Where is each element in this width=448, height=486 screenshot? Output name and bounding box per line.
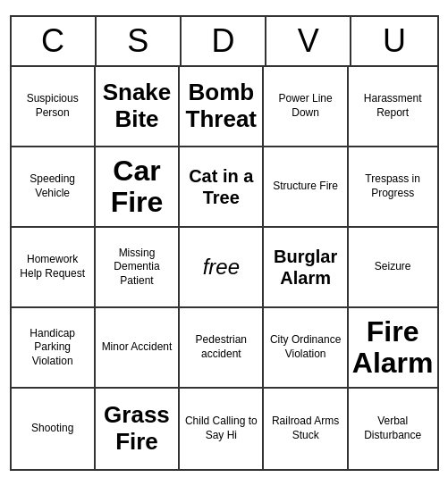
cell-3-4[interactable]: Fire Alarm [349,308,437,389]
cell-4-4[interactable]: Verbal Disturbance [349,389,437,469]
cell-0-1[interactable]: Snake Bite [96,67,180,147]
cell-3-0[interactable]: Handicap Parking Violation [12,308,96,389]
cell-4-0[interactable]: Shooting [12,389,96,469]
bingo-grid: Suspicious PersonSnake BiteBomb ThreatPo… [12,67,437,469]
cell-0-0[interactable]: Suspicious Person [12,67,96,147]
bingo-card: CSDVU Suspicious PersonSnake BiteBomb Th… [10,15,439,471]
cell-3-2[interactable]: Pedestrian accident [180,308,264,389]
cell-0-2[interactable]: Bomb Threat [180,67,264,147]
header-D: D [182,17,266,65]
cell-2-1[interactable]: Missing Dementia Patient [96,228,180,308]
header-V: V [266,17,351,65]
cell-1-0[interactable]: Speeding Vehicle [12,147,96,228]
cell-1-3[interactable]: Structure Fire [264,147,348,228]
cell-2-3[interactable]: Burglar Alarm [264,228,348,308]
cell-0-3[interactable]: Power Line Down [264,67,348,147]
header-S: S [97,17,182,65]
cell-1-2[interactable]: Cat in a Tree [180,147,264,228]
cell-2-2[interactable]: free [180,228,264,308]
header-C: C [12,17,97,65]
cell-2-4[interactable]: Seizure [349,228,437,308]
cell-3-3[interactable]: City Ordinance Violation [264,308,348,389]
cell-4-1[interactable]: Grass Fire [96,389,180,469]
header-U: U [351,17,436,65]
cell-4-2[interactable]: Child Calling to Say Hi [180,389,264,469]
cell-1-4[interactable]: Trespass in Progress [349,147,437,228]
cell-1-1[interactable]: Car Fire [96,147,180,228]
cell-4-3[interactable]: Railroad Arms Stuck [264,389,348,469]
cell-3-1[interactable]: Minor Accident [96,308,180,389]
cell-0-4[interactable]: Harassment Report [349,67,437,147]
cell-2-0[interactable]: Homework Help Request [12,228,96,308]
header-row: CSDVU [12,17,437,67]
